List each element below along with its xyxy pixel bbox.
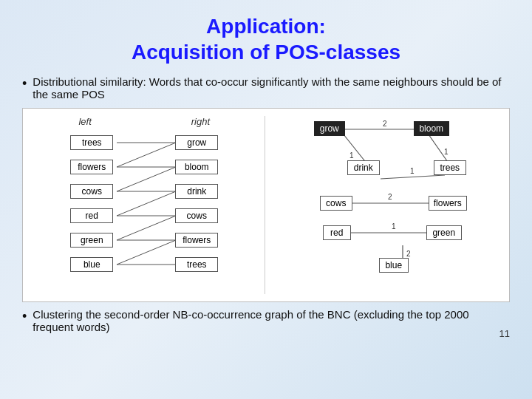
bullet2-text: Clustering the second-order NB-co-occurr… (33, 308, 510, 333)
svg-line-1 (117, 143, 176, 167)
title-line2: Acquisition of POS-classes (132, 41, 400, 64)
rn-drink: drink (347, 160, 380, 175)
title: Application: Acquisition of POS-classes (132, 13, 400, 65)
bullet-dot-2: • (22, 309, 27, 324)
svg-text:2: 2 (388, 193, 392, 201)
rw-cows: cows (175, 208, 218, 223)
rn-bloom: bloom (414, 121, 449, 136)
right-diagram-area: 2 1 1 2 1 1 2 gro (270, 116, 504, 294)
header-right: right (191, 116, 210, 127)
rw-trees: trees (175, 257, 218, 272)
svg-line-3 (117, 167, 176, 191)
right-diagram: 2 1 1 2 1 1 2 gro (299, 116, 477, 279)
diagram-container: left right (22, 108, 510, 302)
svg-line-9 (117, 240, 176, 265)
svg-text:1: 1 (444, 148, 449, 156)
diagram-divider (265, 116, 265, 294)
bullet-1: • Distributional similarity: Words that … (22, 75, 510, 100)
rw-flowers: flowers (175, 233, 218, 248)
rw-grow: grow (175, 135, 218, 150)
lw-green: green (70, 233, 113, 248)
header-left: left (78, 116, 91, 127)
lw-cows: cows (70, 184, 113, 199)
rn-grow: grow (314, 121, 345, 136)
title-line1: Application: (206, 15, 326, 38)
rn-flowers: flowers (429, 196, 467, 211)
rn-blue: blue (379, 258, 409, 273)
svg-text:2: 2 (383, 120, 387, 128)
svg-text:1: 1 (410, 167, 415, 175)
rn-trees-r: trees (434, 160, 466, 175)
rn-cows: cows (320, 196, 352, 211)
svg-line-5 (117, 191, 176, 216)
lw-trees: trees (70, 135, 113, 150)
lw-flowers: flowers (70, 160, 113, 174)
svg-text:2: 2 (406, 250, 411, 258)
svg-text:1: 1 (392, 222, 396, 231)
rw-bloom: bloom (175, 160, 218, 174)
rw-drink: drink (175, 184, 218, 199)
left-diagram: trees flowers cows red green blue grow b… (66, 132, 222, 294)
bullet-dot-1: • (22, 76, 27, 92)
svg-line-19 (381, 175, 445, 179)
bullet1-text: Distributional similarity: Words that co… (33, 75, 510, 100)
lw-red: red (70, 208, 113, 223)
slide-number: 11 (499, 328, 510, 339)
lw-blue: blue (70, 257, 113, 272)
svg-line-7 (117, 216, 176, 240)
rn-green: green (426, 225, 462, 240)
left-diagram-area: left right (29, 116, 260, 294)
svg-text:1: 1 (349, 151, 354, 160)
rn-red: red (323, 225, 351, 240)
left-diagram-headers: left right (29, 116, 260, 127)
bullet-2: • Clustering the second-order NB-co-occu… (22, 308, 510, 333)
